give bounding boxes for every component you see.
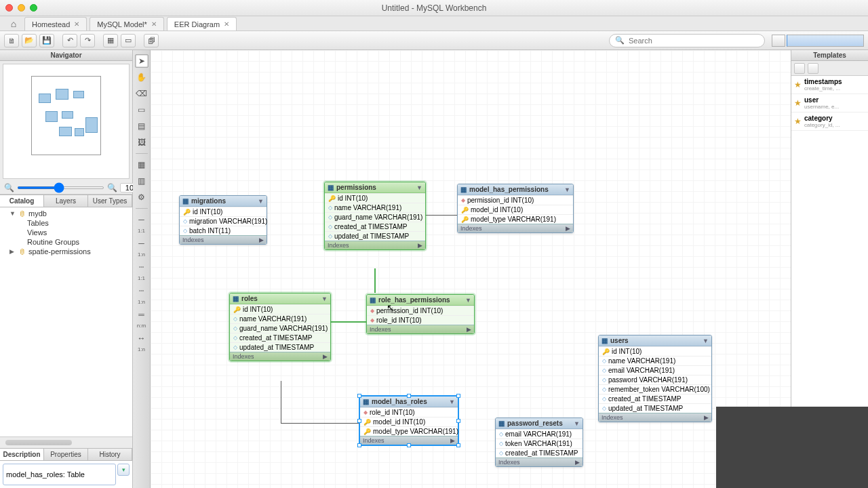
entity-permissions[interactable]: ▦permissions▼🔑id INT(10)◇name VARCHAR(19… (324, 182, 426, 250)
entity-header[interactable]: ▦users▼ (599, 336, 711, 346)
rel-1-1-tool[interactable]: ─ (135, 213, 149, 226)
entity-migrations[interactable]: ▦migrations▼🔑id INT(10)◇migration VARCHA… (179, 195, 267, 245)
column-row[interactable]: ◇updated_at TIMESTAMP (325, 231, 425, 241)
entity-model-has-roles[interactable]: ▦model_has_roles▼◆role_id INT(10)🔑model_… (359, 396, 458, 445)
column-row[interactable]: ◆permission_id INT(10) (367, 306, 474, 315)
collapse-icon[interactable]: ▼ (465, 297, 471, 304)
save-button[interactable]: 💾 (39, 34, 54, 47)
expand-icon[interactable]: ▶ (467, 326, 471, 333)
entity-users[interactable]: ▦users▼🔑id INT(10)◇name VARCHAR(191)◇ema… (598, 335, 712, 422)
entity-header[interactable]: ▦model_has_roles▼ (360, 396, 458, 407)
entity-indexes[interactable]: Indexes▶ (367, 325, 474, 333)
entity-indexes[interactable]: Indexes▶ (230, 352, 330, 361)
template-tool-button[interactable] (794, 63, 805, 74)
column-row[interactable]: ◆role_id INT(10) (360, 407, 458, 417)
entity-role-has-permissions[interactable]: ▦role_has_permissions▼◆permission_id INT… (366, 294, 475, 334)
layer-tool[interactable]: ▭ (135, 103, 149, 117)
home-icon[interactable]: ⌂ (5, 17, 22, 30)
collapse-icon[interactable]: ▼ (416, 184, 422, 191)
info-tab-description[interactable]: Description (0, 449, 44, 460)
redo-button[interactable]: ↷ (80, 34, 95, 47)
entity-password-resets[interactable]: ▦password_resets▼◇email VARCHAR(191)◇tok… (495, 418, 583, 467)
align-button[interactable]: ▭ (121, 34, 136, 47)
expand-icon[interactable]: ▶ (259, 237, 264, 243)
column-row[interactable]: ◇email VARCHAR(191) (496, 429, 583, 439)
image-tool[interactable]: 🖼 (135, 136, 149, 149)
selection-handle[interactable] (456, 394, 460, 398)
column-row[interactable]: ◇created_at TIMESTAMP (599, 394, 711, 403)
note-tool[interactable]: ▤ (135, 119, 149, 133)
column-row[interactable]: ◇guard_name VARCHAR(191) (230, 323, 330, 333)
column-row[interactable]: ◇email VARCHAR(191) (599, 365, 711, 375)
new-file-button[interactable]: 🗎 (4, 34, 19, 47)
expand-icon[interactable]: ▶ (418, 242, 422, 249)
entity-indexes[interactable]: Indexes▶ (325, 241, 425, 249)
close-icon[interactable]: ✕ (74, 20, 79, 28)
column-row[interactable]: ◇created_at TIMESTAMP (230, 333, 330, 342)
view-tool[interactable]: ▥ (135, 174, 149, 188)
column-row[interactable]: ◇updated_at TIMESTAMP (599, 403, 711, 413)
column-row[interactable]: ◇name VARCHAR(191) (599, 356, 711, 365)
expand-icon[interactable]: ▶ (704, 414, 709, 421)
subtab-user-types[interactable]: User Types (88, 195, 132, 207)
export-button[interactable]: 🗐 (144, 34, 159, 47)
template-item[interactable]: ★categorycategory_id, ... (791, 113, 868, 131)
selection-handle[interactable] (357, 394, 361, 398)
routine-tool[interactable]: ⚙ (135, 190, 149, 204)
entity-header[interactable]: ▦password_resets▼ (496, 418, 583, 429)
zoom-slider[interactable] (17, 186, 104, 189)
expand-icon[interactable]: ▶ (450, 437, 455, 444)
selection-handle[interactable] (357, 443, 361, 447)
toggle-right-panel-button[interactable] (787, 35, 864, 47)
entity-header[interactable]: ▦roles▼ (230, 293, 330, 304)
info-tab-history[interactable]: History (88, 449, 132, 460)
rel-1-1-id-tool[interactable]: ┄ (135, 260, 149, 274)
close-window-button[interactable] (5, 4, 13, 12)
subtab-catalog[interactable]: Catalog (0, 195, 44, 207)
tree-item-mydb[interactable]: ▼🛢mydb (0, 209, 132, 218)
selection-handle[interactable] (407, 394, 411, 398)
tab-mysql-model[interactable]: MySQL Model*✕ (90, 17, 164, 30)
entity-header[interactable]: ▦model_has_permissions▼ (458, 184, 573, 195)
expand-icon[interactable]: ▶ (575, 459, 580, 466)
minimap[interactable] (3, 64, 130, 179)
column-row[interactable]: ◇name VARCHAR(191) (230, 314, 330, 323)
rel-n-m-tool[interactable]: ═ (135, 308, 149, 321)
zoom-in-icon[interactable]: 🔍 (107, 183, 117, 192)
column-row[interactable]: ◇token VARCHAR(191) (496, 439, 583, 448)
open-file-button[interactable]: 📂 (22, 34, 37, 47)
column-row[interactable]: ◇guard_name VARCHAR(191) (325, 212, 425, 222)
column-row[interactable]: ◇created_at TIMESTAMP (496, 448, 583, 458)
pointer-tool[interactable]: ➤ (135, 54, 149, 68)
entity-indexes[interactable]: Indexes▶ (180, 235, 267, 244)
column-row[interactable]: ◇updated_at TIMESTAMP (230, 342, 330, 352)
horizontal-scrollbar[interactable] (5, 440, 72, 445)
expand-icon[interactable]: ▶ (323, 353, 328, 360)
tab-eer-diagram[interactable]: EER Diagram✕ (167, 17, 237, 30)
selection-handle[interactable] (456, 443, 460, 447)
collapse-icon[interactable]: ▼ (258, 198, 264, 205)
hand-tool[interactable]: ✋ (135, 70, 149, 84)
entity-indexes[interactable]: Indexes▶ (458, 224, 573, 232)
undo-button[interactable]: ↶ (62, 34, 77, 47)
column-row[interactable]: ◇created_at TIMESTAMP (325, 222, 425, 231)
close-icon[interactable]: ✕ (224, 20, 229, 28)
column-row[interactable]: 🔑id INT(10) (599, 346, 711, 356)
tree-item-views[interactable]: Views (0, 228, 132, 237)
collapse-icon[interactable]: ▼ (449, 399, 455, 405)
info-tab-properties[interactable]: Properties (44, 449, 88, 460)
zoom-window-button[interactable] (30, 4, 37, 12)
entity-header[interactable]: ▦permissions▼ (325, 182, 425, 193)
column-row[interactable]: ◇remember_token VARCHAR(100) (599, 384, 711, 394)
entity-header[interactable]: ▦role_has_permissions▼ (367, 295, 474, 306)
catalog-tree[interactable]: ▼🛢mydb Tables Views Routine Groups ▶🛢spa… (0, 207, 132, 437)
zoom-out-icon[interactable]: 🔍 (4, 183, 14, 192)
toggle-left-panel-button[interactable] (772, 35, 785, 47)
column-row[interactable]: ◆role_id INT(10) (367, 315, 474, 325)
grid-toggle-button[interactable]: ▦ (103, 34, 118, 47)
rel-1-n-tool[interactable]: ─ (135, 237, 149, 250)
column-row[interactable]: 🔑model_type VARCHAR(191) (458, 214, 573, 224)
tree-item-tables[interactable]: Tables (0, 218, 132, 228)
rel-1-n-id-tool[interactable]: ┄ (135, 284, 149, 298)
template-item[interactable]: ★timestampscreate_time, ... (791, 76, 868, 94)
